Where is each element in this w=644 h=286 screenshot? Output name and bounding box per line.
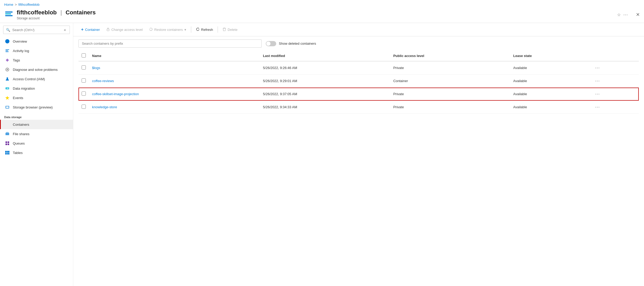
public-access-cell: Private	[390, 88, 510, 101]
title-separator: |	[60, 9, 62, 16]
lease-state-cell: Available	[510, 75, 590, 88]
container-search-input[interactable]	[78, 39, 262, 48]
sidebar-item-data-migration[interactable]: Data migration	[0, 84, 73, 93]
sidebar-item-label: Tags	[13, 58, 20, 62]
table-header: Name Last modified Public access level L…	[78, 51, 639, 61]
restore-icon	[149, 27, 153, 32]
row-select-checkbox[interactable]	[82, 91, 86, 96]
sidebar-item-label: Containers	[13, 123, 29, 127]
containers-icon	[5, 122, 10, 127]
svg-rect-10	[107, 29, 109, 31]
add-container-button[interactable]: + Container	[78, 26, 103, 33]
public-access-column-header: Public access level	[390, 51, 510, 61]
restore-label: Restore containers	[154, 28, 183, 32]
activity-log-icon	[5, 48, 10, 53]
row-more-options-button[interactable]: ···	[593, 64, 602, 72]
overview-icon	[5, 39, 10, 44]
queues-icon	[5, 141, 10, 146]
containers-table: Name Last modified Public access level L…	[78, 51, 639, 114]
row-more-options-button[interactable]: ···	[593, 90, 602, 98]
section-name: Containers	[66, 9, 96, 16]
pin-icon[interactable]: ☆	[617, 12, 621, 17]
table-row: $logs5/26/2022, 9:26:46 AMPrivateAvailab…	[78, 61, 639, 75]
row-checkbox-cell	[78, 61, 89, 75]
container-name-cell: coffee-skillset-image-projection	[89, 88, 260, 101]
sidebar-item-containers[interactable]: Containers	[0, 120, 73, 129]
last-modified-cell: 5/26/2022, 9:29:01 AM	[260, 75, 390, 88]
sidebar-item-label: Activity log	[13, 49, 29, 53]
breadcrumb-home[interactable]: Home	[4, 3, 13, 7]
breadcrumb-current[interactable]: fifthcoffeeblob	[18, 3, 39, 7]
refresh-icon	[196, 27, 200, 32]
sidebar-storage-nav: Containers File shares Queues	[0, 120, 73, 157]
container-name-cell: knowledge-store	[89, 101, 260, 114]
add-icon: +	[81, 27, 83, 32]
public-access-cell: Container	[390, 75, 510, 88]
toolbar-separator-2	[218, 26, 218, 33]
more-options-header-icon[interactable]: ···	[623, 12, 628, 18]
show-deleted-toggle[interactable]	[266, 41, 276, 46]
restore-containers-button[interactable]: Restore containers ▾	[146, 26, 189, 33]
sidebar-item-tables[interactable]: Tables	[0, 148, 73, 157]
sidebar-item-file-shares[interactable]: File shares	[0, 129, 73, 139]
sidebar-item-tags[interactable]: Tags	[0, 55, 73, 65]
container-name-link[interactable]: knowledge-store	[92, 105, 117, 109]
app-container: Home > fifthcoffeeblob fifthcoffeeblob |…	[0, 0, 644, 286]
change-access-label: Change access level	[111, 28, 143, 32]
row-more-options-button[interactable]: ···	[593, 77, 602, 85]
data-migration-icon	[5, 86, 10, 91]
lease-state-cell: Available	[510, 61, 590, 75]
sidebar-item-diagnose[interactable]: Diagnose and solve problems	[0, 65, 73, 74]
sidebar-item-events[interactable]: Events	[0, 93, 73, 102]
table-row: knowledge-store5/26/2022, 9:34:33 AMPriv…	[78, 101, 639, 114]
row-select-checkbox[interactable]	[82, 65, 86, 70]
toolbar-separator	[191, 26, 191, 33]
delete-button[interactable]: Delete	[220, 26, 240, 33]
select-all-header	[78, 51, 89, 61]
svg-rect-1	[5, 50, 8, 51]
collapse-sidebar-button[interactable]: «	[63, 27, 67, 32]
refresh-button[interactable]: Refresh	[193, 26, 216, 33]
sidebar-item-storage-browser[interactable]: Storage browser (preview)	[0, 102, 73, 112]
sidebar-item-activity-log[interactable]: Activity log	[0, 46, 73, 55]
container-name-link[interactable]: coffee-skillset-image-projection	[92, 92, 139, 96]
page-subtitle: Storage account	[17, 16, 617, 20]
change-access-button[interactable]: Change access level	[104, 26, 145, 33]
diagnose-icon	[5, 67, 10, 72]
sidebar-item-overview[interactable]: Overview	[0, 37, 73, 46]
svg-point-4	[7, 77, 8, 79]
last-modified-cell: 5/26/2022, 9:37:05 AM	[260, 88, 390, 101]
close-icon[interactable]: ✕	[636, 12, 640, 18]
last-modified-cell: 5/26/2022, 9:34:33 AM	[260, 101, 390, 114]
row-more-options-button[interactable]: ···	[593, 103, 602, 111]
tags-icon	[5, 58, 10, 62]
table-body: $logs5/26/2022, 9:26:46 AMPrivateAvailab…	[78, 61, 639, 114]
lease-state-cell: Available	[510, 88, 590, 101]
row-select-checkbox[interactable]	[82, 78, 86, 83]
table-row: coffee-skillset-image-projection5/26/202…	[78, 88, 639, 101]
breadcrumb: Home > fifthcoffeeblob	[0, 0, 644, 8]
svg-rect-2	[5, 52, 9, 52]
sidebar-search-input[interactable]	[12, 28, 61, 32]
sidebar-item-label: Events	[13, 96, 23, 100]
row-select-checkbox[interactable]	[82, 105, 86, 109]
toolbar: + Container Change access level Restore …	[73, 23, 644, 36]
svg-marker-6	[5, 96, 9, 100]
events-icon	[5, 95, 10, 100]
content-area: + Container Change access level Restore …	[73, 23, 644, 286]
sidebar-item-queues[interactable]: Queues	[0, 139, 73, 148]
refresh-label: Refresh	[201, 28, 213, 32]
main-layout: 🔍 « Overview Activity log	[0, 23, 644, 286]
svg-rect-9	[5, 133, 9, 135]
container-name-link[interactable]: coffee-reviews	[92, 79, 114, 83]
select-all-checkbox[interactable]	[82, 53, 86, 58]
page-title: fifthcoffeeblob | Containers	[17, 9, 617, 16]
sidebar-search-box[interactable]: 🔍 «	[3, 26, 70, 34]
row-checkbox-cell	[78, 75, 89, 88]
breadcrumb-separator: >	[15, 3, 17, 7]
search-area: Show deleted containers	[73, 36, 644, 51]
last-modified-cell: 5/26/2022, 9:26:46 AM	[260, 61, 390, 75]
sidebar-item-access-control[interactable]: Access Control (IAM)	[0, 74, 73, 84]
row-checkbox-cell	[78, 101, 89, 114]
container-name-link[interactable]: $logs	[92, 66, 100, 70]
